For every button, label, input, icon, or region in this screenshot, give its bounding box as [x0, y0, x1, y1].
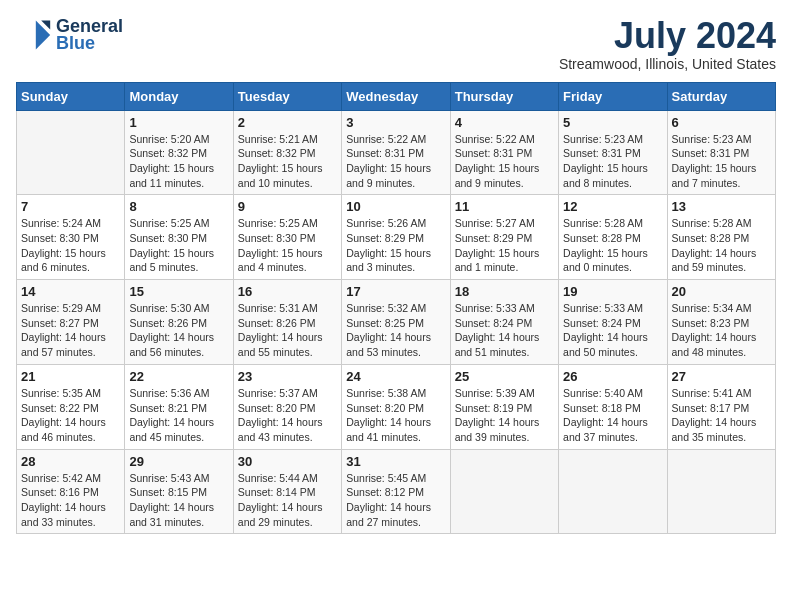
day-info: Sunrise: 5:44 AMSunset: 8:14 PMDaylight:…	[238, 471, 337, 530]
calendar-cell: 5Sunrise: 5:23 AMSunset: 8:31 PMDaylight…	[559, 110, 667, 195]
day-info: Sunrise: 5:34 AMSunset: 8:23 PMDaylight:…	[672, 301, 771, 360]
day-info: Sunrise: 5:25 AMSunset: 8:30 PMDaylight:…	[238, 216, 337, 275]
day-info: Sunrise: 5:33 AMSunset: 8:24 PMDaylight:…	[455, 301, 554, 360]
calendar-cell: 31Sunrise: 5:45 AMSunset: 8:12 PMDayligh…	[342, 449, 450, 534]
location: Streamwood, Illinois, United States	[559, 56, 776, 72]
weekday-header: Thursday	[450, 82, 558, 110]
weekday-header-row: SundayMondayTuesdayWednesdayThursdayFrid…	[17, 82, 776, 110]
calendar-cell: 7Sunrise: 5:24 AMSunset: 8:30 PMDaylight…	[17, 195, 125, 280]
day-number: 15	[129, 284, 228, 299]
calendar-cell: 24Sunrise: 5:38 AMSunset: 8:20 PMDayligh…	[342, 364, 450, 449]
day-info: Sunrise: 5:41 AMSunset: 8:17 PMDaylight:…	[672, 386, 771, 445]
day-info: Sunrise: 5:42 AMSunset: 8:16 PMDaylight:…	[21, 471, 120, 530]
day-number: 21	[21, 369, 120, 384]
month-year: July 2024	[559, 16, 776, 56]
calendar-cell: 29Sunrise: 5:43 AMSunset: 8:15 PMDayligh…	[125, 449, 233, 534]
day-number: 2	[238, 115, 337, 130]
day-number: 25	[455, 369, 554, 384]
day-info: Sunrise: 5:32 AMSunset: 8:25 PMDaylight:…	[346, 301, 445, 360]
day-info: Sunrise: 5:43 AMSunset: 8:15 PMDaylight:…	[129, 471, 228, 530]
calendar-cell: 26Sunrise: 5:40 AMSunset: 8:18 PMDayligh…	[559, 364, 667, 449]
calendar-week-row: 14Sunrise: 5:29 AMSunset: 8:27 PMDayligh…	[17, 280, 776, 365]
day-info: Sunrise: 5:38 AMSunset: 8:20 PMDaylight:…	[346, 386, 445, 445]
calendar-cell: 28Sunrise: 5:42 AMSunset: 8:16 PMDayligh…	[17, 449, 125, 534]
day-number: 26	[563, 369, 662, 384]
calendar-cell: 2Sunrise: 5:21 AMSunset: 8:32 PMDaylight…	[233, 110, 341, 195]
calendar-cell: 8Sunrise: 5:25 AMSunset: 8:30 PMDaylight…	[125, 195, 233, 280]
calendar-cell: 10Sunrise: 5:26 AMSunset: 8:29 PMDayligh…	[342, 195, 450, 280]
calendar-week-row: 21Sunrise: 5:35 AMSunset: 8:22 PMDayligh…	[17, 364, 776, 449]
day-info: Sunrise: 5:21 AMSunset: 8:32 PMDaylight:…	[238, 132, 337, 191]
calendar-week-row: 1Sunrise: 5:20 AMSunset: 8:32 PMDaylight…	[17, 110, 776, 195]
weekday-header: Friday	[559, 82, 667, 110]
day-info: Sunrise: 5:35 AMSunset: 8:22 PMDaylight:…	[21, 386, 120, 445]
calendar-cell: 19Sunrise: 5:33 AMSunset: 8:24 PMDayligh…	[559, 280, 667, 365]
day-info: Sunrise: 5:23 AMSunset: 8:31 PMDaylight:…	[563, 132, 662, 191]
calendar-cell: 4Sunrise: 5:22 AMSunset: 8:31 PMDaylight…	[450, 110, 558, 195]
day-number: 1	[129, 115, 228, 130]
calendar-cell: 20Sunrise: 5:34 AMSunset: 8:23 PMDayligh…	[667, 280, 775, 365]
day-info: Sunrise: 5:39 AMSunset: 8:19 PMDaylight:…	[455, 386, 554, 445]
calendar-cell: 11Sunrise: 5:27 AMSunset: 8:29 PMDayligh…	[450, 195, 558, 280]
calendar-table: SundayMondayTuesdayWednesdayThursdayFrid…	[16, 82, 776, 535]
calendar-cell: 25Sunrise: 5:39 AMSunset: 8:19 PMDayligh…	[450, 364, 558, 449]
day-info: Sunrise: 5:22 AMSunset: 8:31 PMDaylight:…	[346, 132, 445, 191]
day-info: Sunrise: 5:40 AMSunset: 8:18 PMDaylight:…	[563, 386, 662, 445]
calendar-cell: 30Sunrise: 5:44 AMSunset: 8:14 PMDayligh…	[233, 449, 341, 534]
calendar-cell: 23Sunrise: 5:37 AMSunset: 8:20 PMDayligh…	[233, 364, 341, 449]
day-info: Sunrise: 5:20 AMSunset: 8:32 PMDaylight:…	[129, 132, 228, 191]
day-number: 17	[346, 284, 445, 299]
title-block: July 2024 Streamwood, Illinois, United S…	[559, 16, 776, 72]
calendar-cell: 3Sunrise: 5:22 AMSunset: 8:31 PMDaylight…	[342, 110, 450, 195]
weekday-header: Saturday	[667, 82, 775, 110]
day-number: 12	[563, 199, 662, 214]
day-number: 24	[346, 369, 445, 384]
day-number: 29	[129, 454, 228, 469]
day-number: 10	[346, 199, 445, 214]
day-info: Sunrise: 5:28 AMSunset: 8:28 PMDaylight:…	[672, 216, 771, 275]
day-number: 28	[21, 454, 120, 469]
weekday-header: Sunday	[17, 82, 125, 110]
day-number: 5	[563, 115, 662, 130]
logo-text: General Blue	[56, 16, 123, 54]
day-number: 13	[672, 199, 771, 214]
calendar-cell	[559, 449, 667, 534]
day-info: Sunrise: 5:28 AMSunset: 8:28 PMDaylight:…	[563, 216, 662, 275]
calendar-cell: 17Sunrise: 5:32 AMSunset: 8:25 PMDayligh…	[342, 280, 450, 365]
day-number: 20	[672, 284, 771, 299]
calendar-cell: 6Sunrise: 5:23 AMSunset: 8:31 PMDaylight…	[667, 110, 775, 195]
calendar-cell: 13Sunrise: 5:28 AMSunset: 8:28 PMDayligh…	[667, 195, 775, 280]
day-info: Sunrise: 5:23 AMSunset: 8:31 PMDaylight:…	[672, 132, 771, 191]
calendar-cell: 1Sunrise: 5:20 AMSunset: 8:32 PMDaylight…	[125, 110, 233, 195]
calendar-cell: 14Sunrise: 5:29 AMSunset: 8:27 PMDayligh…	[17, 280, 125, 365]
day-number: 4	[455, 115, 554, 130]
logo-icon	[16, 17, 52, 53]
day-number: 31	[346, 454, 445, 469]
day-info: Sunrise: 5:22 AMSunset: 8:31 PMDaylight:…	[455, 132, 554, 191]
calendar-cell	[17, 110, 125, 195]
calendar-cell: 16Sunrise: 5:31 AMSunset: 8:26 PMDayligh…	[233, 280, 341, 365]
day-number: 22	[129, 369, 228, 384]
day-info: Sunrise: 5:25 AMSunset: 8:30 PMDaylight:…	[129, 216, 228, 275]
weekday-header: Tuesday	[233, 82, 341, 110]
day-number: 27	[672, 369, 771, 384]
page-header: General Blue July 2024 Streamwood, Illin…	[16, 16, 776, 72]
calendar-week-row: 28Sunrise: 5:42 AMSunset: 8:16 PMDayligh…	[17, 449, 776, 534]
day-number: 3	[346, 115, 445, 130]
day-number: 11	[455, 199, 554, 214]
calendar-cell: 9Sunrise: 5:25 AMSunset: 8:30 PMDaylight…	[233, 195, 341, 280]
day-number: 8	[129, 199, 228, 214]
calendar-week-row: 7Sunrise: 5:24 AMSunset: 8:30 PMDaylight…	[17, 195, 776, 280]
day-number: 9	[238, 199, 337, 214]
calendar-cell: 21Sunrise: 5:35 AMSunset: 8:22 PMDayligh…	[17, 364, 125, 449]
day-info: Sunrise: 5:36 AMSunset: 8:21 PMDaylight:…	[129, 386, 228, 445]
calendar-cell: 12Sunrise: 5:28 AMSunset: 8:28 PMDayligh…	[559, 195, 667, 280]
day-number: 14	[21, 284, 120, 299]
day-number: 19	[563, 284, 662, 299]
weekday-header: Monday	[125, 82, 233, 110]
weekday-header: Wednesday	[342, 82, 450, 110]
day-info: Sunrise: 5:45 AMSunset: 8:12 PMDaylight:…	[346, 471, 445, 530]
day-info: Sunrise: 5:33 AMSunset: 8:24 PMDaylight:…	[563, 301, 662, 360]
day-info: Sunrise: 5:30 AMSunset: 8:26 PMDaylight:…	[129, 301, 228, 360]
day-number: 30	[238, 454, 337, 469]
